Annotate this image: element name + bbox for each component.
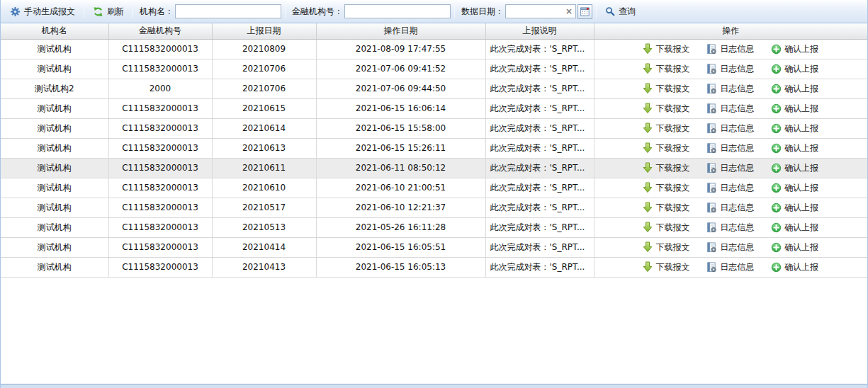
confirm-submit-label: 确认上报 [784,43,818,55]
download-report-label: 下载报文 [655,142,689,154]
confirm-submit-link[interactable]: 确认上报 [771,43,818,55]
toolbar-separator [454,5,455,18]
cell-org-name: 测试机构 [1,178,108,198]
data-date-input[interactable] [506,6,563,16]
confirm-submit-link[interactable]: 确认上报 [771,142,818,154]
confirm-submit-link[interactable]: 确认上报 [771,103,818,115]
log-info-link[interactable]: 日志信息 [706,182,754,194]
download-report-link[interactable]: 下载报文 [643,182,689,194]
table-row[interactable]: 测试机构 C1115832000013 20210614 2021-06-15 … [1,118,867,138]
log-info-link[interactable]: 日志信息 [706,261,754,273]
generate-report-label: 手动生成报文 [24,6,75,18]
table-row[interactable]: 测试机构 C1115832000013 20210615 2021-06-15 … [1,98,867,118]
clear-date-icon[interactable]: × [563,7,575,16]
table-row[interactable]: 测试机构 C1115832000013 20210613 2021-06-15 … [1,138,867,158]
refresh-icon [93,6,103,17]
table-row[interactable]: 测试机构 C1115832000013 20210413 2021-06-15 … [1,257,867,277]
download-icon [643,83,653,94]
confirm-submit-link[interactable]: 确认上报 [771,261,818,273]
log-info-link[interactable]: 日志信息 [706,63,754,75]
confirm-submit-link[interactable]: 确认上报 [771,63,818,75]
column-header-operation-date[interactable]: 操作日期 [316,23,485,39]
download-report-link[interactable]: 下载报文 [643,241,689,253]
log-info-link[interactable]: 日志信息 [706,162,754,174]
table-row[interactable]: 测试机构2 2000 20210706 2021-07-06 09:44:50 … [1,79,867,98]
table-row[interactable]: 测试机构 C1115832000013 20210611 2021-06-11 … [1,158,867,178]
log-info-link[interactable]: 日志信息 [706,222,754,234]
column-header-org[interactable]: 机构名 [1,23,108,39]
confirm-submit-link[interactable]: 确认上报 [771,241,818,253]
log-icon [706,103,717,114]
confirm-submit-link[interactable]: 确认上报 [771,162,818,174]
log-info-link[interactable]: 日志信息 [706,202,754,214]
cell-report-date: 20210611 [212,158,316,178]
download-report-label: 下载报文 [655,83,689,95]
toolbar-separator [84,5,84,18]
generate-report-button[interactable]: 手动生成报文 [5,4,80,20]
report-submission-panel: 手动生成报文 刷新 机构名： 金融机构号： 数据日期： [0,0,868,388]
data-date-label: 数据日期： [461,6,504,18]
cell-org-name: 测试机构 [1,237,108,257]
log-info-link[interactable]: 日志信息 [706,43,754,55]
confirm-submit-label: 确认上报 [784,202,818,214]
confirm-submit-link[interactable]: 确认上报 [771,83,818,95]
column-header-fin-org-number[interactable]: 金融机构号 [108,23,212,39]
table-row[interactable]: 测试机构 C1115832000013 20210517 2021-06-10 … [1,198,867,217]
fin-org-number-input[interactable] [344,4,451,18]
refresh-button[interactable]: 刷新 [88,4,129,20]
download-report-link[interactable]: 下载报文 [643,162,689,174]
log-icon [706,143,717,154]
download-report-link[interactable]: 下载报文 [643,122,689,135]
cell-org-name: 测试机构 [1,118,108,138]
table-row[interactable]: 测试机构 C1115832000013 20210610 2021-06-10 … [1,178,867,198]
table-row[interactable]: 测试机构 C1115832000013 20210414 2021-06-15 … [1,237,867,257]
log-info-label: 日志信息 [720,83,754,95]
cell-actions: 下载报文 日志信息 [594,79,867,98]
search-button[interactable]: 查询 [600,4,641,20]
column-header-actions[interactable]: 操作 [594,23,867,39]
column-header-report-desc[interactable]: 上报说明 [485,23,594,39]
download-report-link[interactable]: 下载报文 [643,63,689,75]
log-info-link[interactable]: 日志信息 [706,83,754,95]
log-info-label: 日志信息 [720,222,754,234]
cell-actions: 下载报文 日志信息 [594,178,867,198]
cell-fin-org-number: 2000 [108,79,212,98]
calendar-picker-button[interactable] [577,4,592,19]
download-report-link[interactable]: 下载报文 [643,43,689,55]
cell-operation-date: 2021-06-15 15:58:00 [316,118,485,138]
cell-actions: 下载报文 日志信息 [594,118,867,138]
cell-operation-date: 2021-06-10 12:21:37 [316,198,485,217]
column-header-report-date[interactable]: 上报日期 [212,23,316,39]
download-report-link[interactable]: 下载报文 [643,202,689,214]
log-info-link[interactable]: 日志信息 [706,103,754,115]
download-report-link[interactable]: 下载报文 [643,103,689,115]
log-info-link[interactable]: 日志信息 [706,122,754,135]
cell-report-desc: 此次完成对表：'S_RPT... [485,237,594,257]
download-report-label: 下载报文 [655,122,689,135]
table-row[interactable]: 测试机构 C1115832000013 20210706 2021-07-06 … [1,59,867,79]
log-info-link[interactable]: 日志信息 [706,241,754,253]
confirm-icon [771,163,782,173]
cell-report-date: 20210413 [212,257,316,277]
table-row[interactable]: 测试机构 C1115832000013 20210513 2021-05-26 … [1,217,867,237]
data-date-field: × [505,4,592,19]
confirm-submit-link[interactable]: 确认上报 [771,182,818,194]
cell-fin-org-number: C1115832000013 [108,118,212,138]
log-info-link[interactable]: 日志信息 [706,142,754,154]
table-row[interactable]: 测试机构 C1115832000013 20210809 2021-08-09 … [1,39,867,59]
confirm-submit-link[interactable]: 确认上报 [771,122,818,135]
download-report-link[interactable]: 下载报文 [643,261,689,273]
org-name-input[interactable] [175,4,281,18]
confirm-submit-link[interactable]: 确认上报 [771,222,818,234]
toolbar-separator [133,5,133,18]
download-icon [643,202,653,213]
download-report-link[interactable]: 下载报文 [643,222,689,234]
download-report-link[interactable]: 下载报文 [643,142,689,154]
log-info-label: 日志信息 [720,63,754,75]
log-icon [706,202,717,213]
confirm-icon [771,123,782,134]
cell-actions: 下载报文 日志信息 [594,98,867,118]
cell-report-desc: 此次完成对表：'S_RPT... [485,39,594,59]
download-report-link[interactable]: 下载报文 [643,83,689,95]
confirm-submit-link[interactable]: 确认上报 [771,202,818,214]
